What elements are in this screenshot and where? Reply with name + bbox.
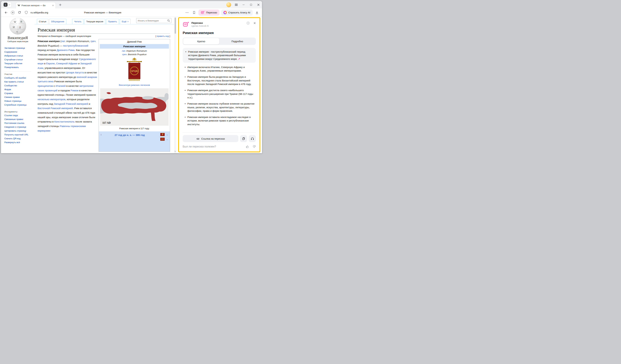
sidebar-link[interactable]: Содержание bbox=[4, 50, 32, 54]
successor-arrow[interactable]: → bbox=[166, 138, 168, 141]
ask-alice-button[interactable]: Спросить Алису AI bbox=[221, 10, 253, 16]
downloads-button[interactable] bbox=[254, 10, 260, 15]
sidebar-link[interactable]: Свежие правки bbox=[4, 95, 32, 99]
wikipedia-tagline: Свободная энциклопедия bbox=[1, 40, 34, 42]
sidebar-link[interactable]: Справка bbox=[4, 91, 32, 95]
inline-link[interactable]: постреспубликанский bbox=[63, 44, 88, 47]
sidebar-link[interactable]: Сообщество bbox=[4, 84, 32, 87]
tab-read[interactable]: Читать bbox=[72, 19, 83, 24]
sidebar-link[interactable]: Служебные страницы bbox=[4, 103, 32, 107]
tab-close-icon[interactable]: × bbox=[52, 4, 54, 7]
browser-tab[interactable]: W Римская империя — Ви × bbox=[16, 2, 56, 8]
sidebar-link[interactable]: Постоянная ссылка bbox=[4, 121, 32, 125]
thumbs-down-icon[interactable] bbox=[252, 145, 256, 148]
inline-text: Βασιλεία Ῥωμαίων bbox=[128, 53, 146, 56]
sidebar-link[interactable]: Получить короткий URL bbox=[4, 133, 32, 137]
inline-link[interactable]: Италией bbox=[55, 84, 66, 87]
vexillum-image[interactable]: SPQR bbox=[99, 57, 170, 83]
reload-button[interactable] bbox=[17, 10, 22, 15]
sidebar-link[interactable]: Текущие события bbox=[4, 62, 32, 65]
bookmark-button[interactable] bbox=[191, 10, 197, 15]
tab-detailed[interactable]: Подробно bbox=[219, 38, 255, 44]
chevron-down-icon[interactable] bbox=[9, 3, 10, 5]
copy-retell-link-button[interactable]: Ссылка на пересказ bbox=[183, 135, 238, 142]
info-icon[interactable] bbox=[246, 21, 250, 25]
tab-talk[interactable]: Обсуждение bbox=[49, 19, 67, 24]
sidebar-link[interactable]: Ссылки сюда bbox=[4, 113, 32, 117]
profile-avatar[interactable] bbox=[226, 2, 231, 7]
tab-current-version[interactable]: Текущая версия bbox=[84, 19, 105, 24]
inline-link[interactable]: Европе bbox=[46, 62, 55, 65]
timeline-dates-link[interactable]: 27 год до н. э. — 395 год bbox=[103, 134, 156, 136]
sidebar-link[interactable]: Сообщить об ошибке bbox=[4, 76, 32, 80]
listen-button[interactable] bbox=[249, 135, 256, 142]
inline-link[interactable]: греч. bbox=[122, 53, 127, 56]
tab-edit[interactable]: Править bbox=[106, 19, 119, 24]
sidebar-link[interactable]: Заглавная страница bbox=[4, 46, 32, 50]
sidebar-link[interactable]: Пожертвовать bbox=[4, 65, 32, 69]
yandex-services-button[interactable]: Я bbox=[10, 10, 16, 15]
sidebar-link[interactable]: Избранные статьи bbox=[4, 54, 32, 58]
inline-link[interactable]: Цезаря Августа bbox=[66, 71, 84, 74]
inline-link[interactable]: несколько императоров bbox=[37, 98, 65, 101]
inline-link[interactable]: Константинополь bbox=[54, 120, 75, 123]
thumbs-up-icon[interactable] bbox=[246, 145, 249, 148]
sidebar-link[interactable]: Новые страницы bbox=[4, 99, 32, 103]
copy-text-button[interactable] bbox=[240, 135, 247, 142]
inline-link[interactable]: править код bbox=[157, 35, 169, 37]
sidebar-link[interactable]: Сведения о странице bbox=[4, 125, 32, 129]
inline-link[interactable]: Римом bbox=[71, 89, 79, 92]
svg-text:И: И bbox=[20, 20, 22, 23]
inline-link[interactable]: Западной Римской империей bbox=[54, 102, 88, 105]
infobox-header[interactable]: Древний Рим bbox=[99, 39, 170, 44]
url-text[interactable]: ru.wikipedia.org bbox=[31, 11, 48, 14]
close-window-button[interactable] bbox=[256, 2, 261, 7]
inline-link[interactable]: Древнего Рима bbox=[57, 48, 74, 51]
minimize-button[interactable] bbox=[241, 2, 246, 7]
inline-link[interactable]: Восточной Римской империей bbox=[37, 107, 73, 110]
tab-more[interactable]: Ещё bbox=[120, 19, 131, 24]
wikipedia-wordmark[interactable]: ВикипедиЯ bbox=[1, 36, 34, 40]
empire-map-image[interactable]: 117 AD bbox=[100, 88, 169, 126]
inline-link[interactable]: греч. bbox=[91, 40, 96, 43]
protect-button[interactable] bbox=[23, 10, 29, 15]
tab-group-control[interactable]: 1 bbox=[3, 2, 12, 7]
sidebar-link[interactable]: Случайная статья bbox=[4, 58, 32, 62]
inline-link[interactable]: принципатом bbox=[37, 84, 53, 87]
sidebar-link[interactable]: Развернуть всё bbox=[4, 141, 32, 144]
panel-close-icon[interactable]: × bbox=[254, 21, 256, 25]
tab-group-badge[interactable]: 1 bbox=[3, 3, 8, 7]
sidebar-link[interactable]: Цитировать страницу bbox=[4, 129, 32, 133]
search-icon[interactable] bbox=[167, 19, 170, 22]
inline-link[interactable]: лат. bbox=[61, 40, 66, 43]
hamburger-icon bbox=[235, 4, 238, 6]
panel-subtitle: сделан Алисой AI bbox=[191, 25, 244, 27]
tab-article[interactable]: Статья bbox=[37, 19, 48, 24]
wiki-search-box[interactable] bbox=[136, 18, 172, 23]
source-link-arrow-icon[interactable]: ↗ bbox=[238, 58, 240, 60]
labarum-flag-icon[interactable] bbox=[160, 133, 165, 136]
shield-icon bbox=[25, 11, 28, 14]
sidebar-link[interactable]: Скачать QR-код bbox=[4, 137, 32, 141]
tab-brief[interactable]: Кратко bbox=[183, 38, 219, 44]
retell-toolbar-button[interactable]: Пересказ bbox=[198, 10, 219, 16]
back-button[interactable] bbox=[3, 10, 9, 15]
scrollbar-down-arrow[interactable] bbox=[175, 149, 176, 152]
inline-link[interactable]: лат. bbox=[122, 50, 126, 52]
scrollbar-thumb[interactable] bbox=[175, 17, 176, 34]
more-button[interactable] bbox=[184, 10, 190, 15]
sidebar-link[interactable]: Как править статьи bbox=[4, 80, 32, 84]
eagle-banner-flag-icon[interactable] bbox=[160, 138, 165, 141]
menu-button[interactable] bbox=[234, 2, 239, 7]
successor-arrow[interactable]: → bbox=[166, 133, 168, 136]
new-tab-button[interactable] bbox=[58, 3, 62, 7]
wikipedia-globe-logo[interactable]: W И Ω Д А bbox=[9, 17, 27, 35]
inline-link[interactable]: Северной Африке bbox=[56, 62, 77, 65]
sidebar-link[interactable]: Связанные правки bbox=[4, 117, 32, 121]
collapse-arrow-icon[interactable]: ↓ bbox=[101, 133, 102, 136]
edit-code-link[interactable]: [ править код ] bbox=[155, 35, 170, 37]
maximize-button[interactable] bbox=[249, 2, 253, 7]
search-input[interactable] bbox=[138, 19, 166, 22]
flag-caption-link[interactable]: Вексиллум римских легионов bbox=[99, 84, 170, 86]
sidebar-link[interactable]: Форум bbox=[4, 87, 32, 91]
